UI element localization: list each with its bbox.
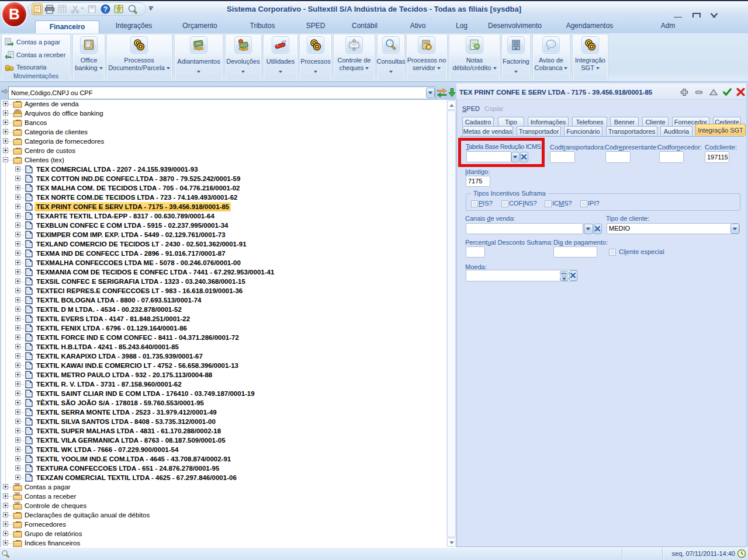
svg-text:?: ?	[103, 5, 108, 13]
